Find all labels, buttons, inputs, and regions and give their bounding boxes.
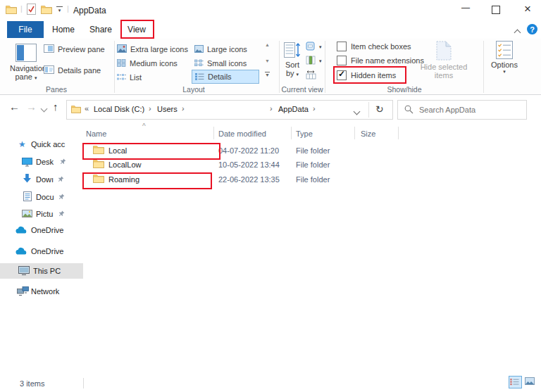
details-pane-icon bbox=[44, 65, 54, 75]
properties-check-icon[interactable] bbox=[27, 4, 36, 16]
pin-icon bbox=[58, 175, 64, 184]
layout-large-icons[interactable]: Large icons bbox=[194, 43, 247, 56]
navigation-pane: ★ Quick acc Desk Dowı Docu Pictu OneDriv… bbox=[0, 124, 83, 375]
options-button[interactable]: Options ▾ bbox=[489, 40, 520, 85]
sort-by-button[interactable]: Sort by ▾ bbox=[282, 41, 303, 86]
hide-selected-items-icon bbox=[434, 40, 454, 63]
address-dropdown-chevron-icon[interactable] bbox=[354, 107, 359, 115]
column-sort-caret-icon[interactable]: ^ bbox=[142, 122, 146, 130]
sidebar-item-network[interactable]: Network bbox=[0, 284, 83, 298]
forward-icon[interactable]: → bbox=[26, 101, 37, 113]
large-thumbnails-view-toggle[interactable] bbox=[525, 377, 535, 386]
list-icon bbox=[117, 73, 126, 82]
sidebar-item-quick-access[interactable]: ★ Quick acc bbox=[0, 138, 83, 152]
navigation-pane-button[interactable]: Navigation pane ▾ bbox=[10, 41, 42, 86]
new-folder-icon[interactable] bbox=[41, 5, 52, 15]
file-row-locallow[interactable]: LocalLow 10-05-2022 13:44 File folder bbox=[83, 158, 541, 172]
tab-file[interactable]: File bbox=[7, 21, 44, 38]
layout-list[interactable]: List bbox=[117, 71, 142, 84]
preview-pane-button[interactable]: Preview pane bbox=[44, 44, 105, 54]
options-icon bbox=[496, 41, 513, 61]
layout-extra-large-icons[interactable]: Extra large icons bbox=[117, 43, 188, 56]
address-folder-icon bbox=[71, 105, 81, 115]
address-bar[interactable]: « Local Disk (C:) › Users › › AppData › … bbox=[66, 100, 393, 120]
tab-view[interactable]: View bbox=[121, 21, 152, 38]
sidebar-item-documents[interactable]: Docu bbox=[0, 191, 83, 205]
sidebar-item-desktop[interactable]: Desk bbox=[0, 156, 83, 170]
size-columns-to-fit-button[interactable] bbox=[306, 70, 316, 81]
extra-large-icons-icon bbox=[117, 44, 127, 54]
tab-share[interactable]: Share bbox=[83, 21, 118, 38]
search-input[interactable] bbox=[418, 102, 525, 118]
maximize-button[interactable] bbox=[492, 6, 500, 14]
onedrive-cloud-icon bbox=[15, 226, 27, 235]
column-header-size[interactable]: Size bbox=[361, 129, 375, 138]
breadcrumb-separator-icon[interactable]: › bbox=[313, 104, 316, 113]
address-divider bbox=[368, 102, 369, 118]
hidden-items-checkbox[interactable]: ✓ bbox=[337, 70, 347, 80]
breadcrumb-drive[interactable]: Local Disk (C:) bbox=[94, 105, 144, 113]
documents-icon bbox=[23, 191, 32, 203]
ribbon: Navigation pane ▾ Preview pane Details p… bbox=[0, 39, 541, 95]
item-check-boxes-label: Item check boxes bbox=[351, 42, 411, 51]
refresh-icon[interactable]: ↻ bbox=[375, 103, 384, 115]
sidebar-item-onedrive-2[interactable]: OneDrive bbox=[0, 244, 83, 258]
layout-small-icons[interactable]: Small icons bbox=[194, 57, 247, 70]
sidebar-item-this-pc[interactable]: This PC bbox=[0, 263, 83, 279]
tab-home[interactable]: Home bbox=[46, 21, 80, 38]
layout-details-selected[interactable]: Details bbox=[192, 70, 259, 84]
column-header-name[interactable]: Name bbox=[86, 129, 106, 138]
file-row-roaming[interactable]: Roaming 22-06-2022 13:35 File folder bbox=[83, 172, 541, 186]
group-by-button[interactable]: ▾ bbox=[306, 42, 322, 52]
breadcrumb-current[interactable]: AppData bbox=[278, 105, 309, 113]
details-pane-button[interactable]: Details pane bbox=[44, 65, 101, 75]
search-icon bbox=[404, 105, 413, 115]
customize-quick-access-icon[interactable]: ▾ bbox=[56, 6, 63, 15]
layout-medium-icons[interactable]: Medium icons bbox=[117, 57, 178, 70]
up-icon[interactable]: ↑ bbox=[53, 101, 58, 113]
column-header-row: ^ Name Date modified Type Size bbox=[83, 124, 541, 140]
ribbon-tab-bar: File Home Share View ? bbox=[0, 20, 541, 39]
pin-icon bbox=[60, 158, 66, 166]
layout-gallery-more[interactable]: ▼ bbox=[265, 72, 270, 77]
hidden-items-label: Hidden items bbox=[351, 71, 396, 80]
file-row-local[interactable]: Local 04-07-2022 11:20 File folder bbox=[83, 144, 541, 158]
collapse-ribbon-icon[interactable] bbox=[515, 28, 520, 37]
breadcrumb-separator-icon[interactable]: › bbox=[149, 104, 151, 113]
desktop-icon bbox=[22, 158, 32, 168]
size-columns-icon bbox=[306, 70, 316, 81]
layout-group-label: Layout bbox=[166, 85, 222, 94]
breadcrumb-separator-icon[interactable]: › bbox=[270, 104, 273, 113]
file-name: Local bbox=[108, 146, 127, 155]
layout-gallery-scroll-up[interactable]: ▲ bbox=[265, 42, 270, 47]
sidebar-item-onedrive-1[interactable]: OneDrive bbox=[0, 222, 83, 236]
sidebar-item-downloads[interactable]: Dowı bbox=[0, 173, 83, 187]
quick-access-star-icon: ★ bbox=[18, 139, 26, 149]
add-columns-button[interactable]: ▾ bbox=[306, 56, 322, 66]
item-check-boxes-checkbox[interactable] bbox=[337, 42, 347, 51]
breadcrumb-separator-icon[interactable]: › bbox=[182, 104, 185, 113]
back-icon[interactable]: ← bbox=[9, 101, 20, 113]
breadcrumb-overflow-icon[interactable]: « bbox=[85, 104, 89, 113]
file-name-extensions-checkbox[interactable] bbox=[337, 56, 347, 65]
file-date-modified: 10-05-2022 13:44 bbox=[218, 160, 280, 169]
help-icon[interactable]: ? bbox=[527, 24, 537, 34]
group-by-icon bbox=[306, 42, 316, 52]
sidebar-item-pictures[interactable]: Pictu bbox=[0, 208, 83, 222]
close-button[interactable]: × bbox=[520, 2, 535, 18]
hide-selected-items-button[interactable]: Hide selected items bbox=[416, 40, 472, 85]
column-header-date-modified[interactable]: Date modified bbox=[218, 129, 266, 138]
separator: | bbox=[20, 4, 23, 13]
show-hide-group-label: Show/hide bbox=[376, 85, 433, 94]
title-bar: | ▾ | AppData — × bbox=[0, 0, 541, 20]
breadcrumb-users[interactable]: Users bbox=[157, 105, 178, 113]
separator: | bbox=[67, 4, 69, 13]
onedrive-cloud-icon bbox=[15, 247, 27, 256]
file-name: Roaming bbox=[108, 175, 139, 184]
layout-gallery-scroll-down[interactable]: ▼ bbox=[265, 58, 270, 63]
column-header-type[interactable]: Type bbox=[296, 129, 313, 138]
minimize-button[interactable]: — bbox=[454, 3, 478, 17]
recent-locations-chevron-icon[interactable] bbox=[42, 104, 46, 113]
details-view-toggle[interactable] bbox=[509, 376, 522, 388]
network-icon bbox=[17, 286, 29, 297]
